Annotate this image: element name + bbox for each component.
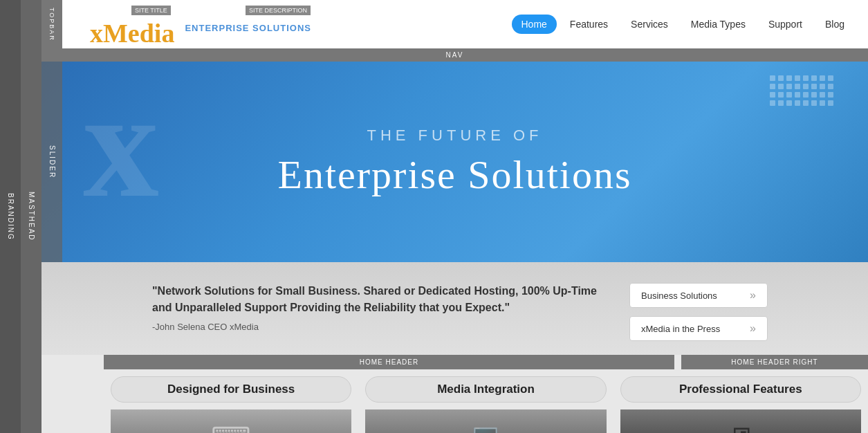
quote-text: "Network Solutions for Small Business. S… [152, 283, 602, 332]
hero-dots [770, 75, 833, 122]
site-title-badge: SITE TITLE [131, 6, 171, 15]
col2-image [365, 409, 606, 433]
arrow-icon-2: » [750, 322, 756, 335]
quote-main: "Network Solutions for Small Business. S… [152, 283, 602, 316]
tagline: ENTERPRISE SOLUTIONS [185, 23, 311, 33]
home-header-label: HOME HEADER [104, 355, 674, 369]
slider-label: SLIDER [41, 62, 62, 262]
home-header-right-label: HOME HEADER RIGHT [681, 355, 868, 369]
xmedia-press-button[interactable]: xMedia in the Press » [629, 316, 768, 341]
site-desc-badge: SITE DESCRIPTION [246, 6, 311, 15]
col3-image [620, 409, 861, 433]
hero-title: Enterprise Solutions [277, 151, 631, 198]
business-solutions-button[interactable]: Business Solutions » [629, 283, 768, 308]
col1-image [111, 409, 351, 433]
nav-features[interactable]: Features [560, 15, 618, 34]
feature-col-1: Designed for Business [104, 369, 358, 433]
topbar: TOPBAR SITE TITLE SITE DESCRIPTION xMedi… [41, 0, 868, 48]
nav-blog[interactable]: Blog [815, 15, 854, 34]
nav-label-bar: NAV [41, 48, 868, 62]
logo-area: xMedia [90, 11, 174, 48]
quote-section: "Network Solutions for Small Business. S… [41, 262, 868, 355]
feature-columns: Designed for Business Media Integration … [104, 369, 868, 433]
quote-author: -John Selena CEO xMedia [152, 322, 602, 332]
topbar-label: TOPBAR [41, 0, 62, 48]
branding-label: BRANDING [0, 0, 21, 433]
col3-title: Professional Features [620, 376, 861, 403]
quote-buttons: Business Solutions » xMedia in the Press… [629, 283, 768, 341]
nav-support[interactable]: Support [759, 15, 812, 34]
logo[interactable]: xMedia [90, 18, 174, 48]
nav-home[interactable]: Home [512, 15, 557, 34]
hero-subtitle: THE FUTURE OF [367, 127, 543, 145]
masthead-label: MASTHEAD [21, 0, 41, 433]
col1-title: Designed for Business [111, 376, 351, 403]
home-header-bar: HOME HEADER HOME HEADER RIGHT [104, 355, 868, 369]
nav-media-types[interactable]: Media Types [681, 15, 755, 34]
arrow-icon: » [750, 289, 756, 302]
col2-title: Media Integration [365, 376, 606, 403]
hero-section: SLIDER x THE FUTURE OF Enterprise Soluti… [41, 62, 868, 262]
feature-col-2: Media Integration [358, 369, 613, 433]
nav-services[interactable]: Services [621, 15, 678, 34]
hero-watermark: x [83, 68, 159, 221]
feature-col-3: Professional Features [613, 369, 868, 433]
nav-items: Home Features Services Media Types Suppo… [512, 15, 855, 34]
